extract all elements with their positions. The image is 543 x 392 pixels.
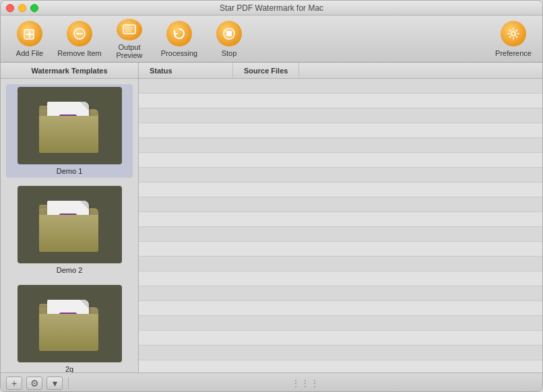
table-row <box>139 360 542 372</box>
template-item-label: Demo 1 <box>57 167 83 175</box>
table-row <box>139 257 542 271</box>
table-row <box>139 286 542 301</box>
template-item-label: Demo 2 <box>57 266 83 274</box>
table-row <box>139 316 542 331</box>
table-row <box>139 94 542 108</box>
output-preview-icon <box>117 19 142 40</box>
processing-label: Processing <box>161 49 197 57</box>
preference-button[interactable]: Preference <box>490 19 537 59</box>
table-row <box>139 168 542 183</box>
handle-dots-icon: ⋮⋮⋮ <box>292 379 320 388</box>
bottom-divider <box>68 377 69 389</box>
watermark-templates-header: Watermark Templates <box>1 63 138 79</box>
add-file-button[interactable]: Add File <box>6 19 53 59</box>
table-row <box>139 271 542 286</box>
table-row <box>139 153 542 168</box>
template-thumbnail: PDF <box>18 285 122 362</box>
table-row <box>139 301 542 316</box>
add-file-label: Add File <box>16 49 43 57</box>
template-thumbnail: PDF <box>18 186 122 263</box>
table-row <box>139 108 542 123</box>
table-row <box>139 183 542 197</box>
preference-icon <box>501 21 526 46</box>
stop-label: Stop <box>222 49 237 57</box>
app-title: Star PDF Watermark for Mac <box>220 3 323 13</box>
remove-item-button[interactable]: Remove Item <box>56 19 103 59</box>
list-item[interactable]: PDF Demo 1 <box>6 84 133 178</box>
maximize-button[interactable] <box>30 4 38 12</box>
table-row <box>139 79 542 94</box>
pdf-folder-icon: PDF <box>39 198 100 252</box>
processing-button[interactable]: Processing <box>156 19 203 59</box>
stop-icon <box>216 21 242 46</box>
add-file-icon <box>17 21 42 46</box>
table-row <box>139 346 542 360</box>
svg-point-11 <box>511 32 515 36</box>
template-list: PDF Demo 1 <box>1 79 138 372</box>
toolbar: Add File Remove Item Output Preview <box>1 15 542 63</box>
output-preview-label: Output Preview <box>106 43 153 59</box>
svg-rect-10 <box>226 31 232 36</box>
add-template-button[interactable]: + <box>6 377 22 390</box>
traffic-lights <box>6 4 38 12</box>
settings-button[interactable]: ⚙ <box>26 377 42 390</box>
file-table <box>139 79 542 372</box>
titlebar: Star PDF Watermark for Mac <box>1 1 542 15</box>
status-column-header: Status <box>139 63 233 78</box>
left-panel: Watermark Templates PDF <box>1 63 139 372</box>
right-panel-header: Status Source Files <box>139 63 542 79</box>
main-area: Watermark Templates PDF <box>1 63 542 372</box>
remove-item-label: Remove Item <box>57 49 101 57</box>
processing-icon <box>166 21 192 46</box>
table-row <box>139 242 542 257</box>
pdf-folder-icon: PDF <box>39 297 100 351</box>
plus-icon: + <box>11 378 17 389</box>
table-row <box>139 331 542 346</box>
minimize-button[interactable] <box>18 4 26 12</box>
preference-label: Preference <box>495 49 532 57</box>
table-row <box>139 197 542 212</box>
chevron-down-icon: ▾ <box>53 378 57 389</box>
template-thumbnail: PDF <box>18 87 122 164</box>
resize-handle[interactable]: ⋮⋮⋮ <box>74 379 537 388</box>
list-item[interactable]: PDF 2q <box>6 282 133 372</box>
template-item-label: 2q <box>65 365 73 372</box>
output-preview-button[interactable]: Output Preview <box>106 19 153 59</box>
remove-item-icon <box>67 21 92 46</box>
bottom-bar: + ⚙ ▾ ⋮⋮⋮ <box>1 372 542 392</box>
right-panel: Status Source Files <box>139 63 542 372</box>
gear-icon: ⚙ <box>30 378 39 389</box>
table-row <box>139 138 542 153</box>
table-row <box>139 123 542 138</box>
stop-button[interactable]: Stop <box>205 19 253 59</box>
source-files-column-header: Source Files <box>233 63 299 78</box>
pdf-folder-icon: PDF <box>39 99 100 153</box>
dropdown-button[interactable]: ▾ <box>46 377 63 390</box>
table-row <box>139 212 542 227</box>
list-item[interactable]: PDF Demo 2 <box>6 183 133 277</box>
table-row <box>139 227 542 242</box>
close-button[interactable] <box>6 4 14 12</box>
